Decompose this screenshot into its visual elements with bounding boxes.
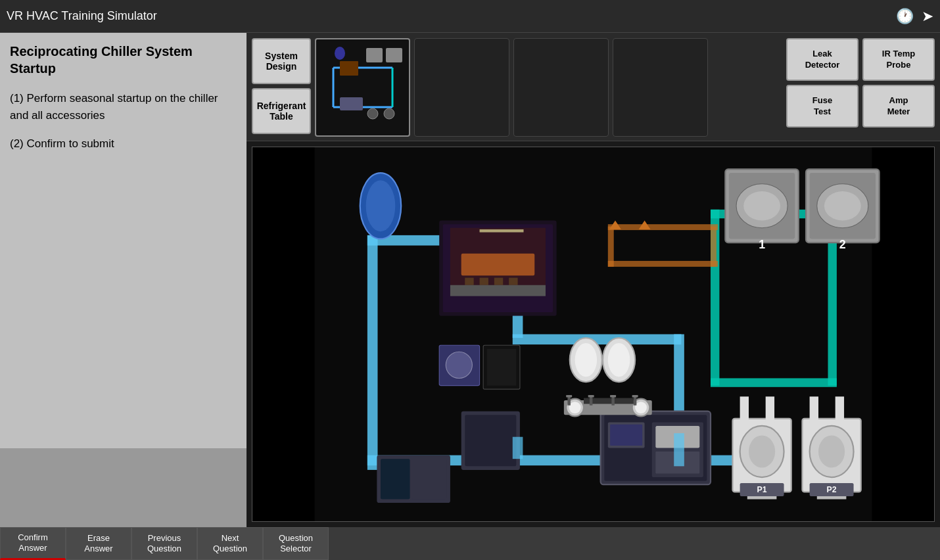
svg-rect-63 <box>740 396 749 422</box>
svg-rect-59 <box>465 415 516 466</box>
top-toolbar: SystemDesign RefrigerantTable <box>247 33 940 141</box>
svg-point-81 <box>575 343 597 377</box>
svg-rect-91 <box>566 395 572 397</box>
svg-rect-40 <box>450 285 546 296</box>
svg-text:P2: P2 <box>827 485 837 494</box>
svg-rect-77 <box>487 349 517 386</box>
gray-bottom-area <box>0 448 247 527</box>
diagram-thumbnail[interactable] <box>315 38 410 137</box>
svg-rect-36 <box>480 278 488 285</box>
svg-rect-97 <box>632 395 638 397</box>
nav-button-group: SystemDesign RefrigerantTable <box>252 38 311 135</box>
instruction-1: (1) Perform seasonal startup on the chil… <box>10 90 237 124</box>
svg-rect-39 <box>480 229 524 232</box>
previous-question-button[interactable]: PreviousQuestion <box>131 527 197 560</box>
ir-temp-probe-button[interactable]: IR TempProbe <box>862 38 935 81</box>
empty-slot-3 <box>613 38 708 137</box>
svg-rect-34 <box>461 254 535 275</box>
svg-rect-7 <box>340 97 363 110</box>
refrigerant-table-button[interactable]: RefrigerantTable <box>252 88 311 134</box>
svg-rect-54 <box>610 425 642 446</box>
svg-rect-101 <box>513 437 523 459</box>
leak-detector-button[interactable]: LeakDetector <box>786 38 858 81</box>
svg-rect-25 <box>608 224 718 230</box>
right-tool-row-2: FuseTest AmpMeter <box>786 85 935 128</box>
svg-point-70 <box>818 435 845 467</box>
clock-icon[interactable]: 🕐 <box>896 8 914 25</box>
hvac-svg: 1 2 <box>252 147 934 521</box>
svg-point-44 <box>743 191 780 221</box>
svg-rect-6 <box>386 48 402 62</box>
svg-point-8 <box>367 108 378 119</box>
title-icons: 🕐 ➤ <box>896 8 933 25</box>
svg-rect-102 <box>674 433 684 466</box>
erase-answer-label: EraseAnswer <box>84 533 112 553</box>
question-selector-button[interactable]: QuestionSelector <box>263 527 329 560</box>
erase-answer-button[interactable]: EraseAnswer <box>66 527 131 560</box>
svg-rect-28 <box>608 226 614 266</box>
bottom-bar: ConfirmAnswer EraseAnswer PreviousQuesti… <box>0 527 940 560</box>
svg-point-79 <box>446 352 472 378</box>
svg-point-48 <box>824 191 861 221</box>
svg-text:P1: P1 <box>757 485 767 494</box>
svg-point-11 <box>335 47 345 60</box>
app-title: VR HVAC Training Simulator <box>7 9 157 23</box>
svg-rect-35 <box>465 278 473 285</box>
system-design-button[interactable]: SystemDesign <box>252 38 311 84</box>
tower-1-label: 1 <box>759 238 765 251</box>
svg-rect-93 <box>588 395 594 397</box>
svg-point-62 <box>749 435 775 467</box>
confirm-answer-label: ConfirmAnswer <box>18 532 48 553</box>
previous-question-label: PreviousQuestion <box>147 533 181 553</box>
amp-meter-button[interactable]: AmpMeter <box>862 85 935 128</box>
thumb-svg <box>320 41 406 133</box>
svg-rect-64 <box>766 396 774 422</box>
tower-2-label: 2 <box>839 238 846 251</box>
svg-rect-22 <box>711 378 837 386</box>
svg-point-30 <box>366 180 396 231</box>
right-tool-group: LeakDetector IR TempProbe FuseTest AmpMe… <box>786 38 935 135</box>
svg-point-9 <box>384 108 394 119</box>
instructions: (1) Perform seasonal startup on the chil… <box>10 90 237 152</box>
next-question-label: NextQuestion <box>213 533 247 553</box>
left-panel: Reciprocating Chiller System Startup (1)… <box>0 33 247 527</box>
main-content: SystemDesign RefrigerantTable <box>247 33 940 527</box>
module-title: Reciprocating Chiller System Startup <box>10 43 237 77</box>
forward-icon[interactable]: ➤ <box>922 8 933 25</box>
svg-rect-71 <box>810 396 818 422</box>
instruction-2: (2) Confirm to submit <box>10 135 237 152</box>
svg-rect-72 <box>835 396 844 422</box>
svg-rect-37 <box>494 278 503 285</box>
title-bar: VR HVAC Training Simulator 🕐 ➤ <box>0 0 940 33</box>
svg-rect-100 <box>412 459 446 499</box>
svg-point-86 <box>569 402 581 413</box>
svg-point-88 <box>635 402 647 413</box>
fuse-test-button[interactable]: FuseTest <box>786 85 858 128</box>
svg-rect-5 <box>366 48 383 62</box>
svg-rect-26 <box>608 261 718 267</box>
svg-rect-27 <box>711 226 717 266</box>
svg-rect-10 <box>340 61 358 76</box>
svg-rect-95 <box>610 395 616 397</box>
confirm-answer-button[interactable]: ConfirmAnswer <box>0 527 66 560</box>
svg-rect-99 <box>381 459 410 499</box>
right-tool-row-1: LeakDetector IR TempProbe <box>786 38 935 81</box>
next-question-button[interactable]: NextQuestion <box>197 527 263 560</box>
empty-slot-2 <box>513 38 609 137</box>
svg-rect-13 <box>367 235 378 470</box>
svg-point-83 <box>608 343 630 377</box>
content-area: Reciprocating Chiller System Startup (1)… <box>0 33 247 448</box>
svg-rect-38 <box>509 278 517 285</box>
question-selector-label: QuestionSelector <box>279 533 313 553</box>
empty-slot-1 <box>414 38 509 137</box>
hvac-diagram-area[interactable]: 1 2 <box>252 147 935 522</box>
